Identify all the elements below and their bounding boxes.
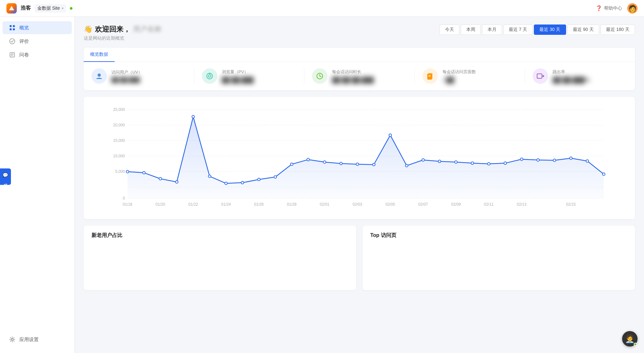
time-filters: 今天 本周 本月 最近 7 天 最近 30 天 最近 90 天 最近 180 天: [440, 25, 635, 35]
sidebar-label-review: 评价: [19, 38, 29, 44]
svg-point-42: [225, 182, 227, 185]
settings-icon: [9, 336, 15, 343]
filter-30days[interactable]: 最近 30 天: [534, 25, 566, 35]
svg-text:20,000: 20,000: [113, 123, 125, 127]
svg-text:25,000: 25,000: [113, 107, 125, 112]
chat-widget[interactable]: 🧑‍💼: [622, 331, 638, 347]
svg-point-44: [258, 178, 260, 181]
site-selector[interactable]: 金数据 Site ▾: [35, 4, 66, 13]
new-old-users-title: 新老用户占比: [91, 232, 348, 239]
svg-point-11: [98, 74, 101, 77]
username-blurred: 用户名称: [133, 25, 161, 34]
page-subtitle: 这是网站的近期概览: [84, 35, 161, 41]
pages-icon: [422, 68, 438, 84]
svg-text:01/20: 01/20: [156, 202, 165, 207]
filter-90days[interactable]: 最近 90 天: [567, 25, 599, 35]
pv-label: 浏览量（PV）: [222, 69, 254, 75]
bounce-value: ██ ██,███%: [553, 77, 590, 83]
filter-week[interactable]: 本周: [461, 25, 481, 35]
stat-card-session-duration: 每会话访问时长 ██ ██ ██,███: [304, 68, 415, 84]
svg-point-51: [373, 163, 375, 166]
svg-point-5: [10, 39, 15, 44]
svg-point-53: [405, 164, 408, 167]
svg-text:02/03: 02/03: [353, 202, 362, 207]
svg-text:02/05: 02/05: [385, 202, 395, 207]
svg-point-65: [602, 173, 605, 175]
filter-7days[interactable]: 最近 7 天: [503, 25, 533, 35]
svg-point-63: [570, 157, 572, 160]
sidebar-label-settings: 应用设置: [19, 337, 39, 343]
svg-text:02/01: 02/01: [320, 202, 329, 207]
svg-point-46: [290, 163, 293, 165]
svg-point-52: [389, 134, 392, 136]
svg-point-59: [504, 162, 507, 164]
svg-rect-3: [10, 28, 12, 30]
site-name: 金数据 Site: [37, 5, 60, 11]
survey-icon: [9, 52, 15, 58]
uv-label: 访问用户（UV）: [111, 69, 142, 75]
session-duration-icon: [312, 68, 327, 84]
svg-point-10: [11, 338, 13, 340]
sidebar-item-settings[interactable]: 应用设置: [3, 333, 72, 346]
svg-point-55: [438, 160, 441, 163]
chevron-down-icon: ▾: [62, 6, 63, 10]
svg-point-62: [553, 159, 556, 162]
welcome-section: 👋 欢迎回来， 用户名称 这是网站的近期概览: [84, 25, 161, 41]
stats-tab-overview[interactable]: 概览数据: [84, 48, 115, 62]
filter-month[interactable]: 本月: [482, 25, 502, 35]
app-name: 浩客: [21, 5, 31, 12]
filter-today[interactable]: 今天: [440, 25, 459, 35]
svg-text:01/26: 01/26: [254, 202, 264, 207]
logo-icon: [6, 3, 17, 14]
status-indicator: [70, 7, 72, 10]
stats-section: 概览数据 访问用户（UV） ██ ██,███: [84, 48, 635, 90]
svg-text:5,000: 5,000: [115, 169, 125, 174]
svg-text:01/24: 01/24: [221, 202, 231, 207]
line-chart: 25,000 20,000 15,000 10,000 5,000 0: [91, 103, 627, 213]
svg-point-58: [488, 162, 490, 165]
pages-info: 每会话访问页面数 • ██: [442, 69, 476, 83]
sidebar-item-overview[interactable]: 概览: [3, 21, 72, 34]
svg-point-61: [537, 159, 539, 161]
svg-text:02/15: 02/15: [566, 202, 576, 207]
svg-rect-4: [13, 28, 15, 30]
svg-rect-2: [13, 25, 15, 27]
svg-point-49: [340, 162, 342, 165]
bottom-row: 新老用户占比 Top 访问页: [84, 226, 635, 290]
uv-value: ██ ██,███: [111, 77, 142, 83]
topnav-right: ❓ 帮助中心 🧑: [596, 3, 638, 14]
filter-180days[interactable]: 最近 180 天: [601, 25, 635, 35]
pages-label: 每会话访问页面数: [442, 69, 476, 75]
uv-info: 访问用户（UV） ██ ██,███: [111, 69, 142, 83]
pv-icon: [202, 68, 217, 84]
avatar[interactable]: 🧑: [627, 3, 638, 14]
svg-text:01/18: 01/18: [123, 202, 132, 207]
svg-text:02/11: 02/11: [484, 202, 494, 207]
svg-point-57: [471, 162, 474, 164]
wave-emoji: 👋: [84, 25, 92, 34]
chart-section: 25,000 20,000 15,000 10,000 5,000 0: [84, 97, 635, 219]
svg-point-45: [274, 176, 277, 178]
svg-text:02/07: 02/07: [418, 202, 428, 207]
svg-point-13: [208, 75, 211, 77]
uv-icon: [91, 68, 107, 84]
svg-point-37: [143, 172, 145, 174]
svg-marker-0: [9, 6, 14, 10]
sidebar-item-review[interactable]: 评价: [3, 35, 72, 48]
sidebar: 概览 评价 问卷: [0, 17, 75, 353]
overview-icon: [9, 25, 15, 31]
svg-point-54: [422, 159, 424, 161]
svg-point-47: [307, 158, 309, 161]
svg-rect-17: [427, 74, 432, 80]
svg-point-38: [159, 178, 162, 180]
session-duration-value: ██ ██ ██,███: [332, 77, 374, 83]
sidebar-item-survey[interactable]: 问卷: [3, 48, 72, 61]
svg-text:0: 0: [123, 196, 125, 201]
help-label: 帮助中心: [604, 5, 622, 11]
svg-text:02/09: 02/09: [451, 202, 461, 207]
help-button[interactable]: ❓ 帮助中心: [596, 5, 622, 11]
feedback-button[interactable]: 💬 反馈: [0, 168, 11, 185]
svg-point-40: [192, 115, 194, 118]
stat-card-pv: 浏览量（PV） ██ ██,███: [194, 68, 305, 84]
svg-text:15,000: 15,000: [113, 138, 125, 143]
